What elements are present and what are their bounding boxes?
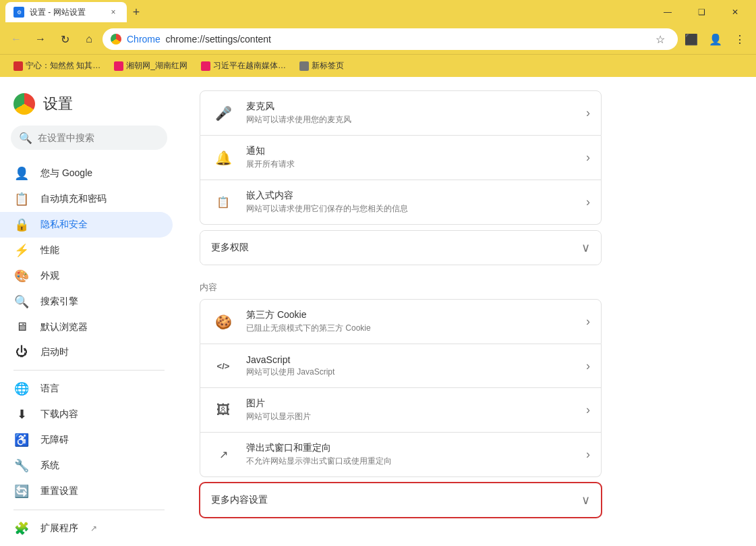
refresh-button[interactable]: ↻	[54, 28, 76, 50]
bookmark-label-3: 习近平在越南媒体…	[213, 60, 286, 72]
search-box[interactable]: 🔍	[11, 126, 167, 150]
bookmark-star-button[interactable]: ☆	[651, 30, 670, 49]
bookmarks-bar: 宁心：知然然 知其… 湘朝网_湖南红网 习近平在越南媒体… 新标签页	[0, 54, 756, 77]
new-tab-button[interactable]: +	[127, 3, 146, 22]
sidebar-item-system[interactable]: 🔧 系统	[0, 453, 173, 479]
window-controls: — ❑ ✕	[652, 0, 751, 24]
sidebar-title: 设置	[43, 94, 73, 114]
images-text: 图片 网站可以显示图片	[246, 398, 575, 422]
bookmark-label-4: 新标签页	[312, 60, 344, 72]
sidebar-item-about[interactable]: ℹ 关于 Chrome	[0, 541, 173, 546]
sidebar: 设置 🔍 👤 您与 Google 📋 自动填充和密码 🔒 隐私和安全 ⚡ 性能	[0, 77, 178, 546]
autofill-icon: 📋	[13, 192, 30, 207]
sidebar-item-search[interactable]: 🔍 搜索引擎	[0, 289, 173, 315]
sidebar-item-privacy[interactable]: 🔒 隐私和安全	[0, 212, 173, 238]
sidebar-divider-2	[13, 510, 165, 510]
embedded-subtitle: 网站可以请求使用它们保存的与您相关的信息	[246, 203, 575, 215]
sidebar-nav-tertiary: 🧩 扩展程序 ↗ ℹ 关于 Chrome	[0, 516, 178, 546]
embedded-chevron-icon: ›	[586, 195, 590, 209]
back-button[interactable]: ←	[5, 28, 27, 50]
sidebar-item-label-system: 系统	[40, 460, 59, 472]
active-tab[interactable]: ⚙ 设置 - 网站设置 ×	[5, 2, 127, 22]
sidebar-item-extensions[interactable]: 🧩 扩展程序 ↗	[0, 516, 173, 541]
maximize-button[interactable]: ❑	[686, 0, 717, 24]
settings-item-javascript[interactable]: </> JavaScript 网站可以使用 JavaScript ›	[200, 344, 602, 388]
cookie-title: 第三方 Cookie	[246, 309, 575, 321]
privacy-icon: 🔒	[13, 217, 30, 232]
sidebar-item-google[interactable]: 👤 您与 Google	[0, 161, 173, 186]
sidebar-item-startup[interactable]: ⏻ 启动时	[0, 339, 173, 364]
images-icon: 🖼	[211, 398, 235, 422]
ext-external-link-icon: ↗	[90, 524, 97, 533]
sidebar-item-language[interactable]: 🌐 语言	[0, 376, 173, 402]
google-icon: 👤	[13, 166, 30, 181]
permissions-section: 🎤 麦克风 网站可以请求使用您的麦克风 › 🔔 通知 展开所有请求 ›	[200, 90, 602, 225]
nav-bar: ← → ↻ ⌂ Chrome chrome://settings/content…	[0, 24, 756, 54]
settings-item-notifications[interactable]: 🔔 通知 展开所有请求 ›	[200, 136, 602, 180]
sidebar-item-label-search: 搜索引擎	[40, 296, 78, 308]
minimize-button[interactable]: —	[652, 0, 683, 24]
extensions-button[interactable]: ⬛	[680, 28, 702, 50]
address-bar[interactable]: Chrome chrome://settings/content ☆	[103, 28, 678, 50]
sidebar-item-label-performance: 性能	[40, 244, 59, 256]
javascript-text: JavaScript 网站可以使用 JavaScript	[246, 354, 575, 378]
sidebar-nav-primary: 👤 您与 Google 📋 自动填充和密码 🔒 隐私和安全 ⚡ 性能 🎨 外观 …	[0, 161, 178, 364]
images-subtitle: 网站可以显示图片	[246, 411, 575, 422]
sidebar-item-reset[interactable]: 🔄 重置设置	[0, 479, 173, 504]
more-permissions-label: 更多权限	[211, 242, 581, 254]
javascript-icon: </>	[211, 354, 235, 378]
sidebar-item-downloads[interactable]: ⬇ 下载内容	[0, 402, 173, 427]
settings-item-microphone[interactable]: 🎤 麦克风 网站可以请求使用您的麦克风 ›	[200, 90, 602, 136]
bookmark-item-1[interactable]: 宁心：知然然 知其…	[8, 57, 106, 74]
extensions-nav-icon: 🧩	[13, 521, 30, 536]
menu-button[interactable]: ⋮	[729, 28, 751, 50]
bookmark-favicon-1	[13, 61, 23, 71]
profile-button[interactable]: 👤	[705, 28, 726, 50]
content-items-section: 🍪 第三方 Cookie 已阻止无痕模式下的第三方 Cookie › </> J…	[200, 299, 602, 477]
bookmark-label-1: 宁心：知然然 知其…	[26, 60, 100, 72]
settings-item-embedded[interactable]: 📋 嵌入式内容 网站可以请求使用它们保存的与您相关的信息 ›	[200, 180, 602, 225]
settings-item-popups[interactable]: ↗ 弹出式窗口和重定向 不允许网站显示弹出式窗口或使用重定向 ›	[200, 433, 602, 477]
more-permissions-chevron-icon: ∨	[581, 240, 590, 255]
sidebar-item-autofill[interactable]: 📋 自动填充和密码	[0, 186, 173, 212]
javascript-title: JavaScript	[246, 354, 575, 365]
sidebar-item-appearance[interactable]: 🎨 外观	[0, 263, 173, 289]
more-content-settings-header[interactable]: 更多内容设置 ∨	[200, 483, 601, 517]
home-button[interactable]: ⌂	[78, 28, 100, 50]
reset-icon: 🔄	[13, 484, 30, 499]
tab-close-button[interactable]: ×	[108, 7, 119, 18]
cookie-chevron-icon: ›	[586, 315, 590, 329]
more-content-settings-label: 更多内容设置	[211, 494, 581, 506]
cookie-icon: 🍪	[211, 310, 235, 334]
more-permissions-section[interactable]: 更多权限 ∨	[200, 230, 602, 265]
more-content-settings-section[interactable]: 更多内容设置 ∨	[200, 483, 602, 518]
settings-item-images[interactable]: 🖼 图片 网站可以显示图片 ›	[200, 388, 602, 433]
bookmark-item-3[interactable]: 习近平在越南媒体…	[196, 57, 291, 74]
notifications-chevron-icon: ›	[586, 151, 590, 165]
microphone-subtitle: 网站可以请求使用您的麦克风	[246, 114, 575, 126]
language-icon: 🌐	[13, 381, 30, 396]
cookie-text: 第三方 Cookie 已阻止无痕模式下的第三方 Cookie	[246, 309, 575, 334]
sidebar-item-accessibility[interactable]: ♿ 无障碍	[0, 427, 173, 453]
sidebar-item-label-autofill: 自动填充和密码	[40, 193, 107, 205]
sidebar-item-label-language: 语言	[40, 383, 59, 395]
bookmark-item-2[interactable]: 湘朝网_湖南红网	[109, 57, 193, 74]
default-browser-icon: 🖥	[13, 320, 30, 334]
sidebar-nav-secondary: 🌐 语言 ⬇ 下载内容 ♿ 无障碍 🔧 系统 🔄 重置设置	[0, 376, 178, 504]
close-button[interactable]: ✕	[720, 0, 751, 24]
bookmark-item-4[interactable]: 新标签页	[294, 57, 349, 74]
sidebar-item-default-browser[interactable]: 🖥 默认浏览器	[0, 315, 173, 339]
downloads-icon: ⬇	[13, 407, 30, 422]
sidebar-item-performance[interactable]: ⚡ 性能	[0, 238, 173, 263]
microphone-title: 麦克风	[246, 101, 575, 113]
settings-item-cookie[interactable]: 🍪 第三方 Cookie 已阻止无痕模式下的第三方 Cookie ›	[200, 299, 602, 344]
sidebar-item-label-default: 默认浏览器	[40, 321, 88, 333]
system-icon: 🔧	[13, 458, 30, 473]
bookmark-favicon-2	[114, 61, 123, 71]
images-title: 图片	[246, 398, 575, 410]
site-favicon	[111, 34, 121, 45]
forward-button[interactable]: →	[30, 28, 51, 50]
more-permissions-header[interactable]: 更多权限 ∨	[200, 231, 601, 265]
popups-chevron-icon: ›	[586, 447, 590, 462]
search-input[interactable]	[38, 132, 159, 143]
